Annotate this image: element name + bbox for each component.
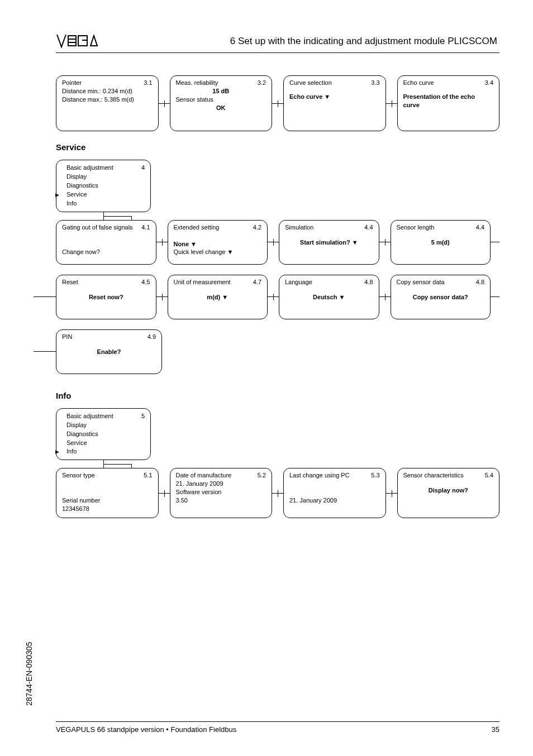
- last-change-value: 21. January 2009: [289, 496, 380, 505]
- menu-item: Basic adjustment: [61, 412, 146, 421]
- menu-item: Service: [61, 439, 146, 448]
- box-title: Curve selection: [289, 79, 332, 86]
- left-connector: [34, 275, 56, 319]
- connector: [268, 220, 279, 265]
- box-copy-sensor: Copy sensor data 4.8 Copy sensor data?: [391, 275, 491, 319]
- curve-selection-value: Echo curve ▼: [289, 93, 380, 101]
- distance-max: Distance max.: 5.385 m(d): [62, 95, 153, 104]
- left-connector: [34, 329, 56, 374]
- box-title: Reset: [62, 279, 78, 285]
- reliability-value: 15 dB: [176, 87, 266, 95]
- box-pin: PIN 4.9 Enable?: [56, 329, 162, 374]
- service-row-2: Reset 4.5 Reset now? Unit of measurement…: [34, 275, 499, 319]
- end-connector: [491, 220, 499, 265]
- box-language: Language 4.8 Deutsch ▼: [279, 275, 379, 319]
- box-title: PIN: [62, 333, 72, 340]
- box-num: 3.1: [144, 79, 152, 86]
- language-value: Deutsch ▼: [285, 293, 373, 302]
- menu-item: Basic adjustment: [61, 164, 146, 173]
- connector: [268, 275, 279, 319]
- echo-line2: curve: [403, 101, 494, 109]
- menu-item: Display: [61, 421, 146, 430]
- box-sensor-type: Sensor type 5.1 Serial number 12345678: [56, 468, 159, 518]
- connector: [272, 468, 283, 518]
- menu-item-selected: Service: [61, 190, 146, 199]
- box-date-manufacture: Date of manufacture 5.2 21. January 2009…: [170, 468, 273, 518]
- service-menu: 4 Basic adjustment Display Diagnostics S…: [56, 160, 151, 212]
- reset-now: Reset now?: [62, 293, 150, 302]
- box-title: Language: [285, 279, 312, 285]
- box-title: Sensor type: [62, 472, 95, 479]
- box-reset: Reset 4.5 Reset now?: [56, 275, 156, 319]
- connector: [379, 275, 391, 319]
- sensor-status-value: OK: [176, 104, 266, 112]
- section-info-title: Info: [56, 391, 499, 400]
- box-gating: Gating out of false signals 4.1 Change n…: [56, 220, 156, 265]
- box-sensor-characteristics: Sensor characteristics 5.4 Display now?: [397, 468, 500, 518]
- menu-item: Diagnostics: [61, 430, 146, 439]
- box-num: 3.4: [485, 79, 493, 86]
- box-unit: Unit of measurement 4.7 m(d) ▼: [168, 275, 268, 319]
- sensor-length-value: 5 m(d): [397, 238, 485, 247]
- box-title: Extended setting: [174, 224, 220, 231]
- connector: [272, 75, 283, 131]
- connector: [159, 75, 170, 131]
- box-title: Meas. reliability: [176, 79, 218, 86]
- serial-value: 12345678: [62, 505, 153, 513]
- box-title: Gating out of false signals: [62, 224, 133, 231]
- start-simulation: Start simulation? ▼: [285, 238, 373, 247]
- unit-value: m(d) ▼: [174, 293, 262, 302]
- footer-page-num: 35: [492, 725, 499, 734]
- connector: [386, 468, 397, 518]
- section-service-title: Service: [56, 142, 499, 152]
- box-title: Last change using PC: [289, 472, 350, 479]
- box-num: 4.9: [147, 333, 156, 340]
- diagnostics-row: Pointer 3.1 Distance min.: 0.234 m(d) Di…: [56, 75, 499, 131]
- page-header: 6 Set up with the indicating and adjustm…: [56, 34, 499, 53]
- box-sensor-length: Sensor length 4.4 5 m(d): [391, 220, 491, 265]
- box-num: 5.4: [485, 472, 493, 479]
- service-row-1: Gating out of false signals 4.1 Change n…: [56, 220, 499, 265]
- menu-item: Info: [61, 199, 146, 208]
- box-title: Copy sensor data: [397, 279, 445, 285]
- sw-value: 3.50: [176, 496, 266, 505]
- ext-quick: Quick level change ▼: [174, 248, 262, 256]
- box-num: 4.8: [364, 279, 373, 285]
- connector: [156, 220, 168, 265]
- box-reliability: Meas. reliability 3.2 15 dB Sensor statu…: [170, 75, 273, 131]
- display-now: Display now?: [403, 486, 494, 495]
- box-num: 4.7: [253, 279, 261, 285]
- info-row: Sensor type 5.1 Serial number 12345678 D…: [56, 468, 499, 518]
- footer-left: VEGAPULS 66 standpipe version • Foundati…: [56, 725, 236, 734]
- box-pointer: Pointer 3.1 Distance min.: 0.234 m(d) Di…: [56, 75, 159, 131]
- menu-item: Display: [61, 173, 146, 181]
- box-echo-curve: Echo curve 3.4 Presentation of the echo …: [397, 75, 500, 131]
- box-title: Date of manufacture: [176, 472, 232, 479]
- copy-sensor-q: Copy sensor data?: [397, 293, 485, 302]
- box-simulation: Simulation 4.4 Start simulation? ▼: [279, 220, 379, 265]
- box-title: Unit of measurement: [174, 279, 231, 285]
- echo-line1: Presentation of the echo: [403, 93, 494, 101]
- connector: [379, 220, 391, 265]
- box-curve-selection: Curve selection 3.3 Echo curve ▼: [283, 75, 386, 131]
- connector: [386, 75, 397, 131]
- join-connector: [56, 460, 499, 468]
- box-num: 4.4: [476, 224, 484, 231]
- box-title: Echo curve: [403, 79, 434, 86]
- box-num: 4.8: [476, 279, 484, 285]
- menu-item: Diagnostics: [61, 181, 146, 190]
- connector: [159, 468, 170, 518]
- box-num: 4.2: [253, 224, 261, 231]
- distance-min: Distance min.: 0.234 m(d): [62, 87, 153, 95]
- chapter-title: 6 Set up with the indicating and adjustm…: [107, 36, 499, 47]
- box-num: 4.1: [141, 224, 150, 231]
- connector: [156, 275, 168, 319]
- doc-id-vertical: 28744-EN-090305: [25, 642, 34, 706]
- sensor-status-label: Sensor status: [176, 95, 266, 104]
- box-title: Sensor characteristics: [403, 472, 464, 479]
- ext-none: None ▼: [174, 240, 262, 248]
- box-num: 5.2: [258, 472, 266, 479]
- box-num: 3.2: [258, 79, 266, 86]
- serial-label: Serial number: [62, 496, 153, 505]
- page-footer: VEGAPULS 66 standpipe version • Foundati…: [56, 721, 499, 734]
